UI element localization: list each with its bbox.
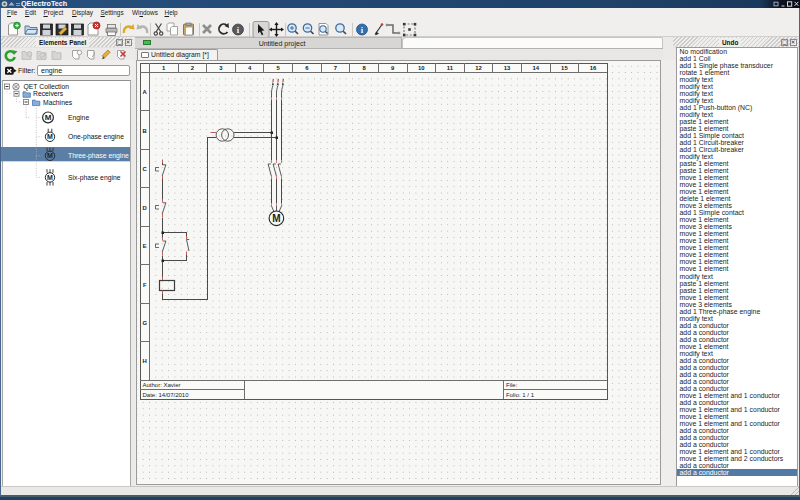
svg-text:15: 15 — [561, 65, 568, 71]
svg-text:11: 11 — [447, 65, 454, 71]
svg-text:A: A — [143, 89, 148, 95]
svg-text:M: M — [47, 133, 53, 140]
svg-text:Author: Xavier: Author: Xavier — [143, 382, 181, 388]
svg-text:12: 12 — [475, 65, 482, 71]
svg-text:M: M — [47, 152, 53, 159]
svg-text:Engine: Engine — [68, 114, 89, 122]
svg-text:10: 10 — [418, 65, 425, 71]
svg-text:C: C — [143, 166, 148, 172]
svg-text:Folio: 1 / 1: Folio: 1 / 1 — [506, 392, 535, 398]
svg-text:One-phase engine: One-phase engine — [68, 133, 124, 141]
svg-text:Six-phase engine: Six-phase engine — [68, 174, 121, 182]
svg-text:H: H — [143, 358, 147, 364]
svg-text:Machines: Machines — [43, 99, 73, 106]
svg-text:M: M — [47, 174, 53, 181]
svg-text:M: M — [45, 113, 52, 122]
svg-text:Date: 14/07/2010: Date: 14/07/2010 — [143, 392, 190, 398]
svg-text:Three-phase engine: Three-phase engine — [68, 152, 129, 160]
svg-text:13: 13 — [504, 65, 511, 71]
svg-text:G: G — [142, 320, 147, 326]
svg-text:D: D — [143, 205, 147, 211]
svg-text:Receivers: Receivers — [33, 90, 64, 97]
svg-text:B: B — [143, 128, 147, 134]
svg-text:16: 16 — [590, 65, 597, 71]
svg-text:M: M — [272, 213, 280, 224]
svg-text:F: F — [143, 282, 147, 288]
svg-text:E: E — [143, 243, 147, 249]
svg-text:14: 14 — [533, 65, 540, 71]
svg-text:File:: File: — [506, 382, 518, 388]
